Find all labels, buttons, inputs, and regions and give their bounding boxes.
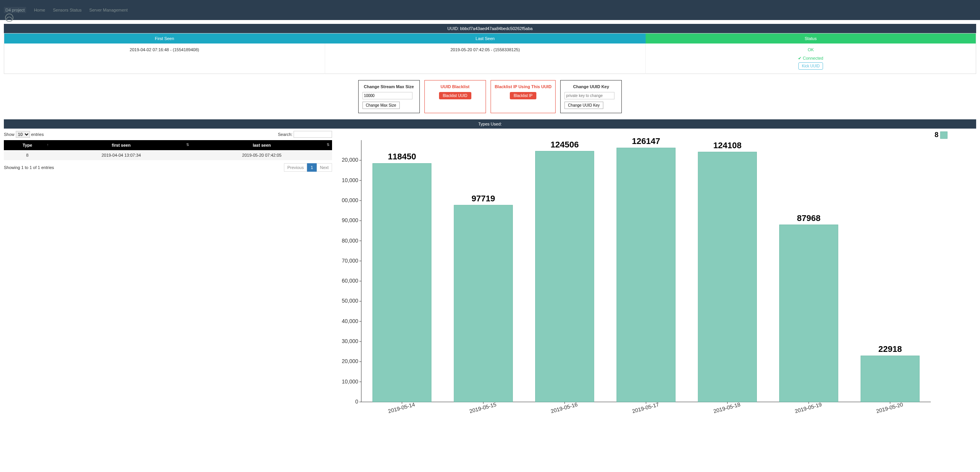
col-last-seen[interactable]: last seen⇅ <box>192 140 332 150</box>
dt-length: Show 10 entries <box>4 131 44 138</box>
svg-text:2019-05-16: 2019-05-16 <box>550 401 579 414</box>
bar-6[interactable] <box>861 356 919 402</box>
card-max-size-title: Change Stream Max Size <box>362 84 416 89</box>
svg-text:2019-05-14: 2019-05-14 <box>387 401 416 414</box>
svg-text:10,000: 10,000 <box>342 177 358 183</box>
col-first-seen-label: first seen <box>112 143 131 147</box>
svg-text:30,000: 30,000 <box>342 338 358 344</box>
cell-type: 8 <box>4 150 51 160</box>
svg-text:50,000: 50,000 <box>342 298 358 304</box>
first-seen-header: First Seen <box>4 33 325 44</box>
svg-text:2019-05-20: 2019-05-20 <box>876 401 904 414</box>
nav-home[interactable]: Home <box>30 8 49 12</box>
svg-text:00,000: 00,000 <box>342 197 358 203</box>
card-max-size: Change Stream Max Size Change Max Size <box>358 80 420 113</box>
max-size-input[interactable] <box>362 92 412 99</box>
bar-5[interactable] <box>780 225 838 402</box>
card-ip-blacklist-title: Blacklist IP Using This UUID <box>495 84 552 89</box>
svg-text:118450: 118450 <box>388 152 416 161</box>
kick-uuid-button[interactable]: Kick UUID <box>798 62 823 70</box>
card-uuid-key-title: Change UUID Key <box>564 84 618 89</box>
svg-point-0 <box>5 14 13 22</box>
svg-text:0: 0 <box>355 398 358 405</box>
col-type-label: Type <box>23 143 32 147</box>
status-table: First Seen Last Seen Status 2019-04-02 0… <box>4 33 976 74</box>
uuid-bar: UUID: bbbcf7a43aed47aa84bedc50262f5aba <box>4 24 976 33</box>
nav-server-management[interactable]: Server Management <box>85 8 132 12</box>
bar-4[interactable] <box>698 152 756 402</box>
dt-controls: Show 10 entries Search: <box>4 129 332 140</box>
svg-text:126147: 126147 <box>632 136 660 146</box>
search-label: Search: <box>278 132 292 137</box>
blacklist-ip-button[interactable]: Blacklist IP <box>510 92 536 99</box>
status-header: Status <box>646 33 976 44</box>
first-seen-value: 2019-04-02 07:16:48 - (1554189408) <box>4 44 325 74</box>
svg-text:10,000: 10,000 <box>342 378 358 385</box>
svg-text:124108: 124108 <box>713 141 741 150</box>
blacklist-uuid-button[interactable]: Blacklist UUID <box>439 92 471 99</box>
svg-text:22918: 22918 <box>878 344 902 354</box>
data-table: Type↑ first seen⇅ last seen⇅ 8 2019-04-0… <box>4 140 332 160</box>
col-last-seen-label: last seen <box>253 143 271 147</box>
svg-text:2019-05-17: 2019-05-17 <box>631 401 660 414</box>
content-row: Show 10 entries Search: Type↑ first seen… <box>4 129 976 426</box>
last-seen-header: Last Seen <box>325 33 646 44</box>
col-type[interactable]: Type↑ <box>4 140 51 150</box>
chart-section: 010,00020,00030,00040,00050,00060,00070,… <box>334 129 976 426</box>
change-uuid-key-button[interactable]: Change UUID Key <box>564 102 603 109</box>
dt-search: Search: <box>278 131 332 138</box>
status-connected: ✔ Connected <box>649 56 972 61</box>
svg-text:40,000: 40,000 <box>342 318 358 324</box>
cards-row: Change Stream Max Size Change Max Size U… <box>4 80 976 113</box>
change-max-size-button[interactable]: Change Max Size <box>362 102 400 109</box>
length-select[interactable]: 10 <box>16 131 30 138</box>
last-seen-value: 2019-05-20 07:42:05 - (1558338125) <box>325 44 646 74</box>
svg-text:20,000: 20,000 <box>342 157 358 163</box>
next-button[interactable]: Next <box>317 163 332 172</box>
bar-chart: 010,00020,00030,00040,00050,00060,00070,… <box>334 129 976 425</box>
svg-text:20,000: 20,000 <box>342 358 358 364</box>
pagination: Previous 1 Next <box>284 163 332 172</box>
navbar: D4 project Home Sensors Status Server Ma… <box>0 0 980 20</box>
status-cell: OK ✔ Connected Kick UUID <box>646 44 976 74</box>
svg-text:60,000: 60,000 <box>342 278 358 284</box>
brand-badge: D4 project <box>4 7 26 13</box>
show-label: Show <box>4 132 15 137</box>
cell-last-seen: 2019-05-20 07:42:05 <box>192 150 332 160</box>
cell-first-seen: 2019-04-04 13:07:34 <box>51 150 191 160</box>
bar-0[interactable] <box>373 163 431 402</box>
brand-text: D4 project <box>5 8 25 12</box>
svg-text:90,000: 90,000 <box>342 217 358 223</box>
entries-label: entries <box>31 132 44 137</box>
bar-2[interactable] <box>536 151 594 402</box>
status-ok-text: OK <box>808 47 814 52</box>
brand-logo-icon <box>4 12 15 23</box>
dt-info: Showing 1 to 1 of 1 entries <box>4 165 54 170</box>
check-circle-icon: ✔ <box>798 56 801 60</box>
legend-swatch <box>940 132 947 139</box>
bar-1[interactable] <box>454 205 513 402</box>
table-section: Show 10 entries Search: Type↑ first seen… <box>4 129 334 426</box>
connected-text: Connected <box>803 56 823 60</box>
svg-text:8: 8 <box>935 131 938 139</box>
sort-asc-icon: ↑ <box>47 143 49 147</box>
nav-sensors-status[interactable]: Sensors Status <box>49 8 85 12</box>
svg-text:2019-05-19: 2019-05-19 <box>794 401 823 414</box>
svg-text:124506: 124506 <box>551 140 579 149</box>
table-row: 8 2019-04-04 13:07:34 2019-05-20 07:42:0… <box>4 150 332 160</box>
col-first-seen[interactable]: first seen⇅ <box>51 140 191 150</box>
svg-text:2019-05-18: 2019-05-18 <box>713 401 741 414</box>
dt-footer: Showing 1 to 1 of 1 entries Previous 1 N… <box>4 160 332 175</box>
card-uuid-key: Change UUID Key Change UUID Key <box>560 80 622 113</box>
sort-icon: ⇅ <box>327 143 330 147</box>
sort-icon: ⇅ <box>186 143 189 147</box>
svg-text:97719: 97719 <box>472 194 495 203</box>
page-1-button[interactable]: 1 <box>307 163 316 172</box>
uuid-key-input[interactable] <box>564 92 614 99</box>
svg-text:80,000: 80,000 <box>342 238 358 244</box>
prev-button[interactable]: Previous <box>284 163 307 172</box>
bar-3[interactable] <box>617 148 675 402</box>
search-input[interactable] <box>294 131 332 138</box>
svg-text:87968: 87968 <box>797 213 820 223</box>
types-used-bar: Types Used: <box>4 119 976 129</box>
